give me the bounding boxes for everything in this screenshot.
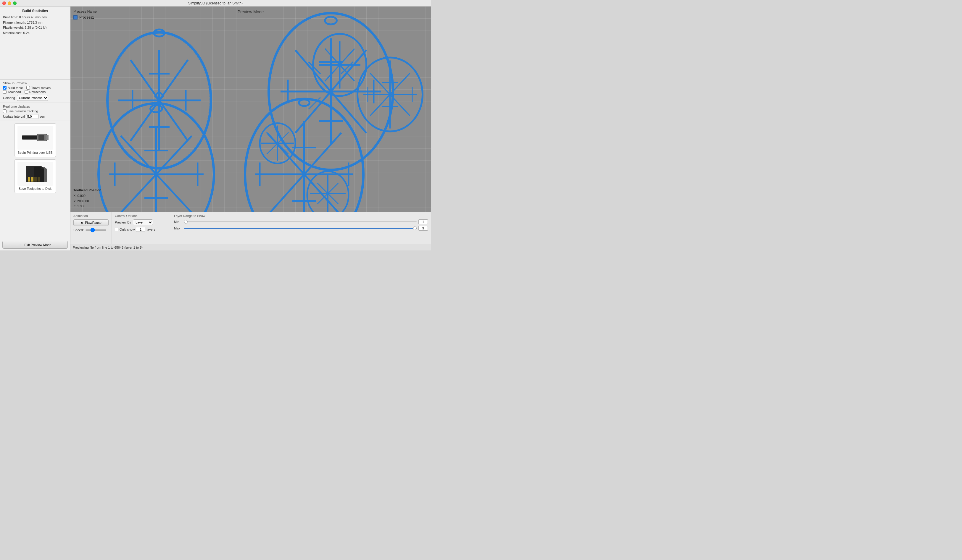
coloring-select[interactable]: Current Process Feature Type Print Speed [17, 95, 48, 101]
bottom-bar: Animation ⏯ Play/Pause Speed: Control Op… [70, 212, 431, 244]
toolhead-position: Toolhead Position X: 0.000 Y: 200.000 Z:… [73, 188, 102, 209]
toolhead-label: Toolhead [8, 90, 21, 94]
sd-icon [23, 164, 47, 183]
svg-point-30 [325, 17, 337, 24]
layers-label: layers [147, 228, 155, 231]
speed-label: Speed: [73, 228, 84, 232]
app-title: Simplify3D (Licensed to Ian Smith) [188, 1, 243, 5]
exit-arrow-icon: ← [19, 243, 23, 247]
usb-icon [22, 129, 48, 146]
svg-rect-8 [28, 177, 30, 182]
process-header: Process Name [73, 10, 97, 14]
build-table-checkbox[interactable] [3, 86, 6, 90]
toolhead-checkbox[interactable] [3, 90, 6, 94]
close-button[interactable] [2, 2, 6, 5]
travel-moves-label: Travel moves [31, 86, 51, 90]
preview-by-select[interactable]: Layer Feature [133, 219, 153, 225]
title-bar: Simplify3D (Licensed to Ian Smith) [0, 0, 431, 6]
status-text: Previewing file from line 1 to 65645 (la… [73, 246, 143, 249]
live-preview-label: Live preview tracking [8, 109, 38, 113]
exit-preview-button[interactable]: ← Exit Preview Mode [2, 241, 68, 249]
ornament-bottom-right [245, 99, 363, 212]
live-preview-row: Live preview tracking [3, 109, 67, 113]
max-layer-row: Max [174, 226, 428, 231]
travel-moves-checkbox[interactable] [26, 86, 30, 90]
svg-point-53 [299, 100, 310, 106]
preview-by-label: Preview By [115, 220, 131, 224]
realtime-title: Real-time Updates [3, 105, 67, 108]
svg-point-43 [150, 105, 162, 113]
coloring-label: Coloring [3, 96, 15, 100]
sd-button-label: Save Toolpaths to Disk [19, 187, 52, 190]
realtime-updates-section: Real-time Updates Live preview tracking … [0, 103, 70, 121]
retractions-checkbox[interactable] [24, 90, 28, 94]
only-show-input[interactable] [136, 227, 145, 232]
retractions-label: Retractions [29, 90, 46, 94]
build-time: Build time: 0 hours 40 minutes [3, 15, 67, 20]
play-pause-label: Play/Pause [85, 221, 102, 224]
layer-range-title: Layer Range to Show [174, 214, 428, 217]
y-position: Y: 200.000 [73, 199, 102, 204]
build-statistics-section: Build Statistics Build time: 0 hours 40 … [0, 6, 70, 79]
z-position: Z: 1.900 [73, 204, 102, 209]
show-in-preview-title: Show in Preview [3, 81, 67, 85]
update-interval-label: Update interval [3, 115, 25, 118]
max-layer-slider[interactable] [184, 228, 416, 229]
x-position: X: 0.000 [73, 193, 102, 199]
update-interval-row: Update interval sec [3, 114, 67, 119]
update-interval-input[interactable] [26, 114, 39, 119]
usb-print-button[interactable]: Begin Printing over USB [15, 123, 56, 157]
ornament-bottom-left [98, 103, 214, 212]
build-stats-text: Build time: 0 hours 40 minutes Filament … [3, 15, 67, 35]
only-show-row: Only show layers [115, 227, 168, 232]
build-stats-title: Build Statistics [3, 9, 67, 13]
sd-icon-area [18, 162, 53, 186]
only-show-checkbox[interactable] [115, 228, 118, 231]
filament-length: Filament length: 1755.3 mm [3, 20, 67, 26]
stats-empty [3, 35, 67, 77]
only-show-label: Only show [119, 228, 135, 231]
main-content: Build Statistics Build time: 0 hours 40 … [0, 6, 431, 250]
animation-section: Animation ⏯ Play/Pause Speed: [70, 212, 112, 244]
min-layer-row: Min [174, 219, 428, 224]
viewport[interactable]: Process Name Process1 Preview Mode [70, 6, 431, 212]
maximize-button[interactable] [13, 2, 16, 5]
layer-range-section: Layer Range to Show Min Max [171, 212, 431, 244]
min-layer-value[interactable] [418, 219, 428, 224]
sec-label: sec [40, 115, 45, 118]
max-layer-value[interactable] [418, 226, 428, 231]
sidebar: Build Statistics Build time: 0 hours 40 … [0, 6, 70, 250]
svg-rect-5 [47, 135, 48, 140]
ornament-top-left [107, 30, 211, 169]
min-layer-slider[interactable] [184, 221, 416, 222]
control-options-section: Control Options Preview By Layer Feature… [112, 212, 171, 244]
play-pause-icon: ⏯ [81, 221, 84, 224]
build-table-label: Build table [8, 86, 23, 90]
show-in-preview-section: Show in Preview Build table Travel moves… [0, 79, 70, 103]
material-cost: Material cost: 0.24 [3, 31, 67, 36]
speed-row: Speed: [73, 228, 108, 232]
exit-preview-label: Exit Preview Mode [24, 243, 51, 246]
toolhead-position-title: Toolhead Position [73, 188, 102, 193]
ornament-top-right [269, 13, 393, 170]
svg-marker-13 [34, 167, 47, 182]
play-pause-button[interactable]: ⏯ Play/Pause [73, 219, 108, 226]
minimize-button[interactable] [8, 2, 11, 5]
traffic-lights[interactable] [2, 2, 16, 5]
device-buttons: Begin Printing over USB [0, 121, 70, 239]
ornaments-display [70, 6, 431, 212]
sd-save-button[interactable]: Save Toolpaths to Disk [15, 159, 56, 193]
svg-rect-4 [39, 135, 44, 140]
ornament-sub-snowflakes [313, 34, 423, 132]
usb-button-label: Begin Printing over USB [18, 151, 53, 154]
animation-title: Animation [73, 214, 108, 217]
process-name-title: Process Name [73, 10, 97, 14]
control-options-title: Control Options [115, 214, 168, 217]
plastic-weight: Plastic weight: 5.28 g (0.01 lb) [3, 25, 67, 31]
status-bar: Previewing file from line 1 to 65645 (la… [70, 244, 431, 250]
live-preview-checkbox[interactable] [3, 109, 6, 113]
toolhead-row: Toolhead Retractions [3, 90, 67, 94]
speed-slider[interactable] [86, 229, 106, 231]
build-table-row: Build table Travel moves [3, 86, 67, 90]
min-label: Min [174, 220, 182, 224]
